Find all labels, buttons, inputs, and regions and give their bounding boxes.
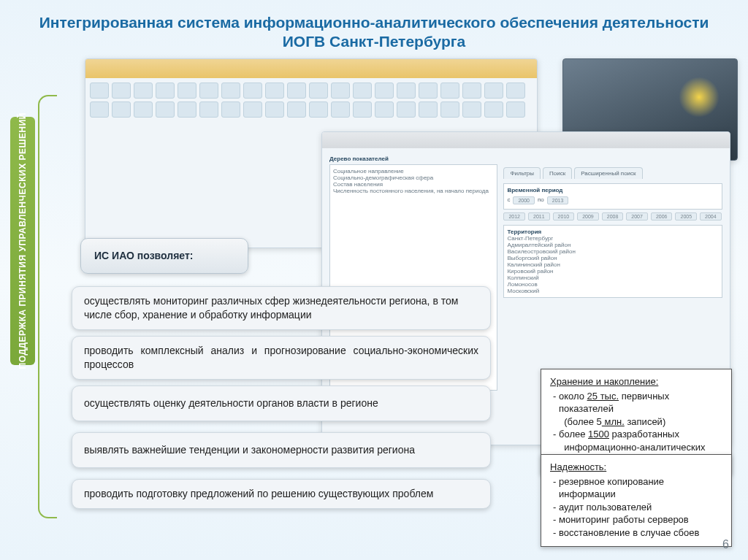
year-chip: 2006	[651, 212, 673, 220]
pill-trends: выявлять важнейшие тенденции и закономер…	[72, 432, 491, 468]
year-chip: 2010	[553, 212, 575, 220]
years-row: 201220112010200920082007200620052004	[503, 212, 722, 220]
territory-item: Адмиралтейский район	[507, 242, 719, 248]
bracket-decor	[38, 95, 57, 518]
year-chip: 2011	[528, 212, 550, 220]
territory-item: Выборгский район	[507, 255, 719, 261]
pill-analysis: проводить комплексный анализ и прогнозир…	[72, 336, 491, 380]
reliability-item: аудит пользователей	[559, 501, 722, 514]
tab-filters: Фильтры	[503, 167, 541, 179]
storage-heading: Хранение и накопление:	[550, 375, 722, 388]
tree-title: Дерево показателей	[329, 156, 722, 162]
territory-item: Колпинский	[507, 275, 719, 281]
reliability-item: восстановление в случае сбоев	[559, 526, 722, 540]
territory-item: Калининский район	[507, 261, 719, 268]
reliability-item: резервное копирование информации	[559, 475, 722, 501]
territory-item: Санкт-Петербург	[507, 235, 719, 242]
pill-proposals: проводить подготовку предложений по реше…	[72, 479, 491, 509]
territory-list: Санкт-ПетербургАдмиралтейский районВасил…	[507, 235, 719, 294]
year-chip: 2004	[700, 212, 722, 220]
page-number: 6	[722, 538, 729, 551]
territory-item: Ломоносов	[507, 281, 719, 288]
front-tabs: Фильтры Поиск Расширенный поиск	[503, 167, 722, 179]
period-label: Временной период	[507, 187, 719, 193]
territory-item: Кировский район	[507, 268, 719, 275]
territory-item: Василеостровский район	[507, 248, 719, 255]
year-chip: 2008	[602, 212, 624, 220]
vertical-tab-support: ПОДДЕРЖКА ПРИНЯТИЯ УПРАВЛЕНЧЕСКИХ РЕШЕНИ…	[10, 117, 35, 365]
tab-search: Поиск	[543, 167, 572, 179]
vertical-tab-label: ПОДДЕРЖКА ПРИНЯТИЯ УПРАВЛЕНЧЕСКИХ РЕШЕНИ…	[18, 112, 28, 369]
tab-adv-search: Расширенный поиск	[574, 167, 642, 179]
pill-evaluation: осуществлять оценку деятельности органов…	[72, 386, 491, 421]
territory-label: Территория	[507, 229, 719, 235]
page-title: Интегрированная система информационно-ан…	[0, 0, 748, 56]
year-chip: 2005	[675, 212, 697, 220]
reliability-item: мониторинг работы серверов	[559, 513, 722, 526]
infobox-reliability: Надежность: резервное копирование информ…	[541, 454, 732, 547]
pill-monitoring: осуществлять мониторинг различных сфер ж…	[72, 286, 491, 330]
year-chip: 2007	[626, 212, 648, 220]
reliability-heading: Надежность:	[550, 461, 722, 474]
year-chip: 2012	[503, 212, 525, 220]
year-chip: 2009	[577, 212, 599, 220]
lead-pill: ИС ИАО позволяет:	[80, 238, 248, 274]
territory-item: Московский	[507, 288, 719, 294]
year-to: 2013	[547, 196, 569, 204]
year-from: 2000	[513, 196, 535, 204]
